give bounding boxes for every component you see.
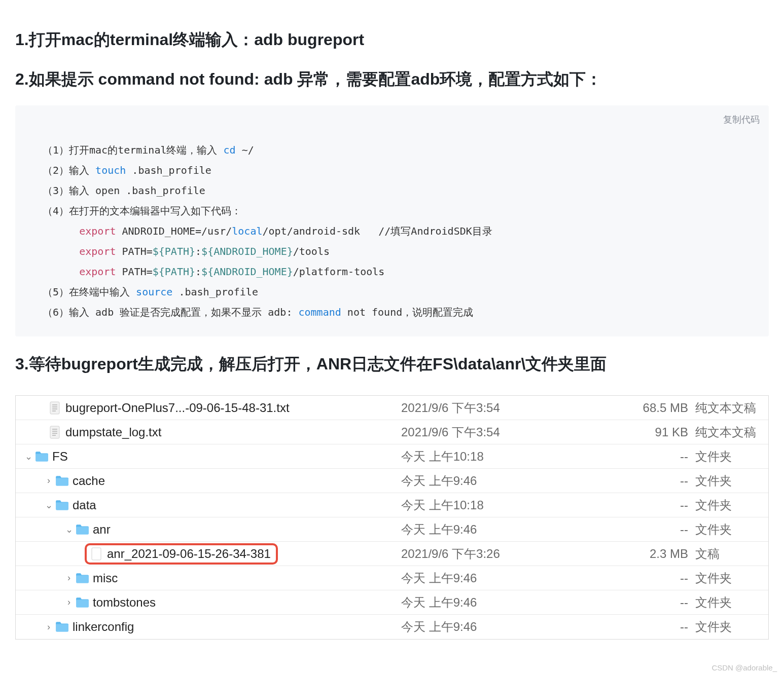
file-date: 今天 上午10:18	[401, 497, 614, 513]
svg-rect-0	[50, 402, 59, 414]
file-name-cell: dumpstate_log.txt	[16, 420, 401, 444]
file-kind: 纯文本文稿	[695, 400, 759, 416]
finder-listing: bugreport-OnePlus7...-09-06-15-48-31.txt…	[15, 395, 769, 640]
file-name-label: misc	[93, 571, 118, 585]
file-name-label: cache	[73, 474, 105, 488]
file-name-label: dumpstate_log.txt	[65, 425, 161, 439]
finder-row[interactable]: ›linkerconfig今天 上午9:46--文件夹	[16, 615, 768, 639]
file-kind: 文件夹	[695, 521, 759, 538]
finder-row[interactable]: dumpstate_log.txt2021/9/6 下午3:5491 KB纯文本…	[16, 420, 768, 444]
file-name-cell: ›tombstones	[16, 590, 401, 614]
doc-icon	[90, 547, 103, 560]
file-size: --	[614, 449, 695, 464]
file-size: 68.5 MB	[614, 401, 695, 415]
file-date: 2021/9/6 下午3:54	[401, 424, 614, 440]
finder-row[interactable]: ›misc今天 上午9:46--文件夹	[16, 566, 768, 590]
folder-icon	[55, 620, 68, 633]
code-line-8: （5）在终端中输入 source .bash_profile	[43, 286, 258, 298]
file-size: --	[614, 474, 695, 488]
folder-icon	[55, 474, 68, 488]
disclosure-triangle-icon[interactable]: ›	[45, 622, 52, 632]
finder-row[interactable]: ›cache今天 上午9:46--文件夹	[16, 469, 768, 493]
code-line-7: export PATH=${PATH}:${ANDROID_HOME}/plat…	[43, 266, 384, 278]
file-name-cell: ›misc	[16, 566, 401, 590]
file-kind: 文件夹	[695, 497, 759, 513]
disclosure-triangle-icon[interactable]: ⌄	[25, 451, 32, 462]
file-size: 2.3 MB	[614, 547, 695, 561]
file-name-label: FS	[52, 449, 68, 464]
code-line-2: （2）输入 touch .bash_profile	[43, 164, 211, 176]
finder-row[interactable]: ⌄data今天 上午10:18--文件夹	[16, 493, 768, 517]
file-kind: 文件夹	[695, 473, 759, 489]
heading-step3: 3.等待bugreport生成完成，解压后打开，ANR日志文件在FS\data\…	[15, 352, 769, 376]
file-date: 今天 上午9:46	[401, 594, 614, 611]
folder-icon	[76, 596, 89, 609]
copy-code-button[interactable]: 复制代码	[723, 110, 760, 129]
disclosure-triangle-icon[interactable]: ⌄	[65, 524, 73, 535]
file-name-label: linkerconfig	[73, 620, 134, 634]
code-line-6: export PATH=${PATH}:${ANDROID_HOME}/tool…	[43, 245, 330, 257]
file-size: 91 KB	[614, 425, 695, 439]
file-name-cell: ›linkerconfig	[16, 615, 401, 639]
file-name-cell: ⌄FS	[16, 444, 401, 468]
highlight-box: anr_2021-09-06-15-26-34-381	[85, 543, 278, 565]
file-kind: 文件夹	[695, 619, 759, 635]
file-name-cell: ›cache	[16, 469, 401, 493]
finder-row[interactable]: ⌄anr今天 上午9:46--文件夹	[16, 517, 768, 542]
file-name-label: anr	[93, 522, 111, 537]
file-size: --	[614, 571, 695, 585]
code-line-3: （3）输入 open .bash_profile	[43, 184, 205, 197]
svg-rect-10	[92, 548, 101, 560]
finder-row[interactable]: bugreport-OnePlus7...-09-06-15-48-31.txt…	[16, 396, 768, 420]
file-name-cell: anr_2021-09-06-15-26-34-381	[16, 542, 401, 566]
file-name-label: bugreport-OnePlus7...-09-06-15-48-31.txt	[65, 401, 290, 415]
file-name-label: data	[73, 498, 96, 512]
code-block: 复制代码（1）打开mac的terminal终端，输入 cd ~/ （2）输入 t…	[15, 105, 769, 336]
file-kind: 纯文本文稿	[695, 424, 759, 440]
heading-step1: 1.打开mac的terminal终端输入：adb bugreport	[15, 27, 769, 52]
heading-step2: 2.如果提示 command not found: adb 异常，需要配置adb…	[15, 67, 769, 91]
folder-icon	[76, 523, 89, 536]
disclosure-triangle-icon[interactable]: ›	[45, 475, 52, 486]
txt-icon	[48, 401, 61, 415]
txt-icon	[48, 426, 61, 439]
svg-rect-5	[50, 426, 59, 438]
file-name-cell: ⌄data	[16, 493, 401, 517]
file-date: 2021/9/6 下午3:54	[401, 400, 614, 416]
disclosure-triangle-icon[interactable]: ›	[65, 597, 73, 608]
finder-row[interactable]: anr_2021-09-06-15-26-34-3812021/9/6 下午3:…	[16, 542, 768, 566]
file-date: 今天 上午9:46	[401, 521, 614, 538]
code-line-4: （4）在打开的文本编辑器中写入如下代码：	[43, 205, 241, 217]
file-size: --	[614, 595, 695, 610]
file-date: 2021/9/6 下午3:26	[401, 546, 614, 562]
folder-icon	[55, 499, 68, 512]
file-kind: 文件夹	[695, 570, 759, 586]
file-name-cell: ⌄anr	[16, 517, 401, 541]
file-kind: 文稿	[695, 546, 759, 562]
file-name-label: tombstones	[93, 595, 156, 610]
file-kind: 文件夹	[695, 448, 759, 465]
finder-row[interactable]: ›tombstones今天 上午9:46--文件夹	[16, 590, 768, 615]
finder-row[interactable]: ⌄FS今天 上午10:18--文件夹	[16, 444, 768, 469]
code-line-5: export ANDROID_HOME=/usr/local/opt/andro…	[43, 225, 492, 237]
file-kind: 文件夹	[695, 594, 759, 611]
file-size: --	[614, 522, 695, 537]
code-line-1: （1）打开mac的terminal终端，输入 cd ~/	[43, 144, 254, 156]
folder-icon	[35, 450, 48, 463]
file-name-cell: bugreport-OnePlus7...-09-06-15-48-31.txt	[16, 396, 401, 420]
file-date: 今天 上午9:46	[401, 570, 614, 586]
file-name-label: anr_2021-09-06-15-26-34-381	[107, 547, 271, 561]
file-date: 今天 上午10:18	[401, 448, 614, 465]
code-line-9: （6）输入 adb 验证是否完成配置，如果不显示 adb: command no…	[43, 306, 473, 318]
file-size: --	[614, 498, 695, 512]
disclosure-triangle-icon[interactable]: ›	[65, 573, 73, 583]
file-size: --	[614, 620, 695, 634]
folder-icon	[76, 572, 89, 585]
file-date: 今天 上午9:46	[401, 473, 614, 489]
file-date: 今天 上午9:46	[401, 619, 614, 635]
disclosure-triangle-icon[interactable]: ⌄	[45, 500, 52, 511]
